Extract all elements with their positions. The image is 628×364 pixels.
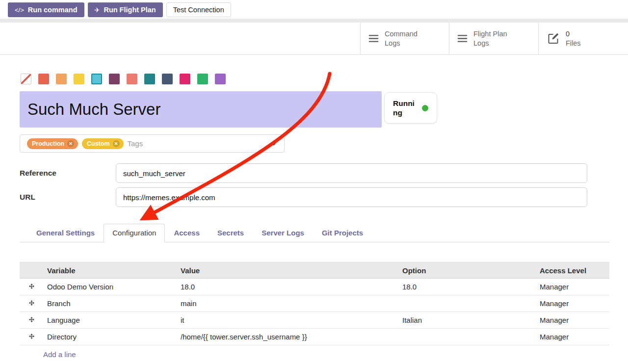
cell-access-level[interactable]: Manager: [536, 279, 609, 295]
edit-pencil-icon: [547, 32, 560, 45]
column-header-access-level: Access Level: [536, 262, 609, 279]
status-badge: Running: [384, 92, 437, 124]
drag-handle-icon[interactable]: [20, 329, 43, 345]
drag-handle-icon[interactable]: [20, 312, 43, 329]
table-row[interactable]: Odoo Demo Version 18.0 18.0 Manager: [20, 279, 609, 295]
add-a-line-link[interactable]: Add a line: [20, 345, 609, 364]
tab-access[interactable]: Access: [165, 224, 209, 242]
code-icon: </>: [15, 6, 24, 14]
table-row[interactable]: Branch main Manager: [20, 295, 609, 312]
flight-plan-logs-label-line2: Logs: [473, 39, 507, 48]
hamburger-icon: [457, 33, 468, 44]
table-row[interactable]: Directory /home/{{ tower.server.ssh_user…: [20, 329, 609, 345]
flight-plan-logs-button[interactable]: Flight Plan Logs: [449, 23, 538, 54]
reference-label: Reference: [20, 169, 116, 178]
tag-label: Custom: [87, 140, 110, 147]
cell-option[interactable]: [398, 329, 536, 345]
drag-handle-icon[interactable]: [20, 279, 43, 295]
color-swatch-no-color[interactable]: [21, 74, 31, 84]
status-dot-icon: [422, 105, 428, 111]
cell-access-level[interactable]: Manager: [536, 295, 609, 312]
cell-access-level[interactable]: Manager: [536, 312, 609, 329]
color-swatch-plum[interactable]: [109, 74, 120, 84]
run-command-button[interactable]: </> Run command: [8, 2, 84, 17]
divider-strip: [0, 19, 628, 23]
color-swatch-salmon[interactable]: [127, 74, 137, 84]
status-label: Running: [393, 99, 418, 118]
command-logs-label-line2: Logs: [385, 39, 418, 48]
tab-configuration[interactable]: Configuration: [104, 224, 165, 242]
color-swatch-green[interactable]: [197, 74, 208, 84]
column-header-variable: Variable: [43, 262, 177, 279]
flight-plan-logs-label-line1: Flight Plan: [473, 29, 507, 39]
files-count: 0: [566, 29, 581, 39]
color-swatch-red[interactable]: [38, 74, 49, 84]
url-label: URL: [20, 193, 116, 202]
tab-server-logs[interactable]: Server Logs: [253, 224, 313, 242]
files-label: Files: [566, 39, 581, 48]
cell-value[interactable]: it: [177, 312, 398, 329]
cell-variable[interactable]: Directory: [43, 329, 177, 345]
title-row: Running: [20, 91, 609, 128]
cell-option[interactable]: [398, 295, 536, 312]
tab-secrets[interactable]: Secrets: [209, 224, 253, 242]
hamburger-icon: [368, 33, 379, 44]
table-row[interactable]: Language it Italian Manager: [20, 312, 609, 329]
reference-field-row: Reference: [20, 163, 628, 183]
tag-label: Production: [32, 140, 64, 147]
color-swatch-magenta[interactable]: [180, 74, 190, 84]
color-swatch-cyan-selected[interactable]: [91, 74, 102, 84]
cell-value[interactable]: main: [177, 295, 398, 312]
run-flight-plan-button[interactable]: ✈ Run Flight Plan: [88, 2, 163, 17]
drag-handle-icon[interactable]: [20, 295, 43, 312]
color-swatch-teal[interactable]: [144, 74, 155, 84]
notebook-tabs: General Settings Configuration Access Se…: [20, 224, 609, 242]
tags-placeholder: Tags: [128, 139, 143, 148]
column-header-option: Option: [398, 262, 536, 279]
url-field-row: URL: [20, 187, 628, 207]
handle-column-header: [20, 262, 43, 279]
configuration-table: Variable Value Option Access Level Odoo …: [20, 262, 609, 345]
tab-general-settings[interactable]: General Settings: [27, 224, 104, 242]
test-connection-button[interactable]: Test Connection: [166, 2, 231, 17]
reference-input[interactable]: [116, 163, 587, 183]
command-logs-label-line1: Command: [385, 29, 418, 39]
cell-variable[interactable]: Language: [43, 312, 177, 329]
command-logs-button[interactable]: Command Logs: [360, 23, 449, 54]
cell-access-level[interactable]: Manager: [536, 329, 609, 345]
plane-icon: ✈: [95, 6, 100, 14]
top-action-bar: </> Run command ✈ Run Flight Plan Test C…: [0, 0, 628, 19]
run-flight-plan-label: Run Flight Plan: [104, 6, 156, 14]
color-swatch-yellow[interactable]: [74, 74, 84, 84]
tags-field[interactable]: Production ✕ Custom ✕ Tags: [20, 134, 285, 153]
column-header-value: Value: [177, 262, 398, 279]
server-name-input[interactable]: [20, 91, 382, 128]
cell-option[interactable]: Italian: [398, 312, 536, 329]
color-swatch-navy[interactable]: [162, 74, 173, 84]
tag-pill-production[interactable]: Production ✕: [27, 138, 78, 149]
cell-variable[interactable]: Odoo Demo Version: [43, 279, 177, 295]
cell-option[interactable]: 18.0: [398, 279, 536, 295]
chevron-down-icon[interactable]: [271, 143, 276, 146]
cell-variable[interactable]: Branch: [43, 295, 177, 312]
files-button[interactable]: 0 Files: [538, 23, 628, 54]
header-band: Command Logs Flight Plan Logs 0 Files: [0, 23, 628, 55]
color-swatch-violet[interactable]: [215, 74, 226, 84]
cell-value[interactable]: 18.0: [177, 279, 398, 295]
table-header-row: Variable Value Option Access Level: [20, 262, 609, 279]
tab-git-projects[interactable]: Git Projects: [313, 224, 372, 242]
cell-value[interactable]: /home/{{ tower.server.ssh_username }}: [177, 329, 398, 345]
url-input[interactable]: [116, 187, 587, 207]
remove-tag-icon[interactable]: ✕: [113, 140, 120, 147]
tag-pill-custom[interactable]: Custom ✕: [82, 138, 124, 149]
color-swatch-orange[interactable]: [56, 74, 67, 84]
run-command-label: Run command: [28, 6, 78, 14]
remove-tag-icon[interactable]: ✕: [67, 140, 74, 147]
color-palette: [21, 74, 628, 84]
test-connection-label: Test Connection: [173, 6, 224, 14]
